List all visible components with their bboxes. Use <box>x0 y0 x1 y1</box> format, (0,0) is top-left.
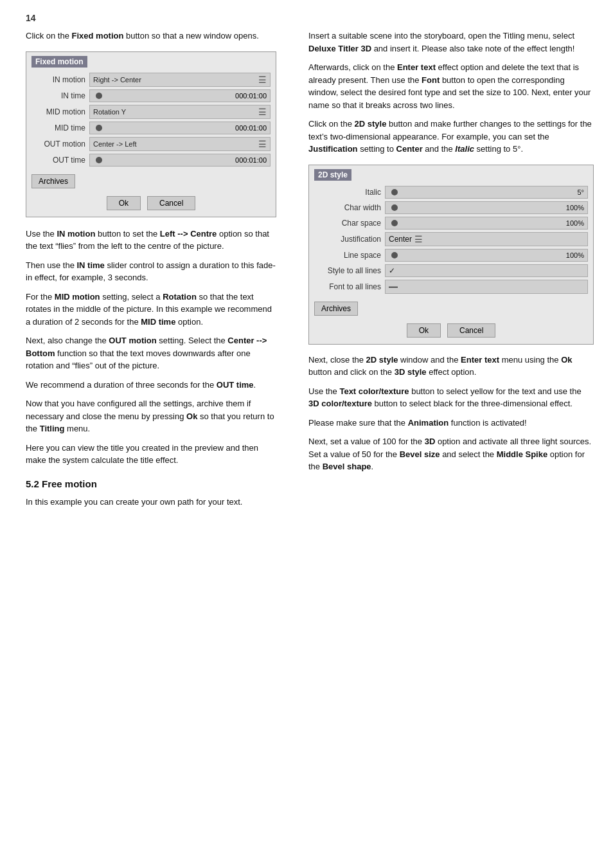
mid-time-row: MID time 000:01:00 <box>31 122 271 134</box>
style-all-lines-row: Style to all lines ✓ <box>314 264 588 277</box>
char-width-field[interactable]: 100% <box>385 201 588 214</box>
style-all-lines-field[interactable]: ✓ <box>385 264 588 277</box>
char-space-field[interactable]: 100% <box>385 217 588 230</box>
in-time-slider <box>96 93 102 99</box>
line-space-row: Line space 100% <box>314 249 588 262</box>
2d-style-dialog: 2D style Italic 5° Char width 100% Char … <box>308 165 594 345</box>
italic-slider <box>391 189 398 195</box>
fixed-motion-ok-button[interactable]: Ok <box>107 196 141 210</box>
page-number: 14 <box>0 13 613 23</box>
out-motion-para: Next, also change the OUT motion setting… <box>26 334 276 372</box>
free-motion-para: In this example you can create your own … <box>26 496 276 509</box>
in-motion-menu-icon: ☰ <box>258 75 267 85</box>
char-width-slider <box>391 204 398 211</box>
out-time-field[interactable]: 000:01:00 <box>89 154 271 167</box>
in-motion-row: IN motion Right -> Center ☰ <box>31 73 271 87</box>
line-space-slider <box>391 252 398 258</box>
text-color-para: Use the Text color/texture button to sel… <box>308 385 594 410</box>
right-column: Insert a suitable scene into the storybo… <box>296 30 613 514</box>
char-space-row: Char space 100% <box>314 217 588 230</box>
font-all-lines-row: Font to all lines ― <box>314 280 588 294</box>
intro-para: Click on the Fixed motion button so that… <box>26 30 276 42</box>
fixed-motion-cancel-button[interactable]: Cancel <box>147 196 195 210</box>
in-motion-field[interactable]: Right -> Center ☰ <box>89 73 271 87</box>
out-motion-menu-icon: ☰ <box>258 139 267 149</box>
free-motion-heading: 5.2 Free motion <box>26 478 276 489</box>
animation-para: Please make sure that the Animation func… <box>308 417 594 429</box>
in-time-field[interactable]: 000:01:00 <box>89 89 271 102</box>
2d-cancel-button[interactable]: Cancel <box>447 323 495 338</box>
in-time-row: IN time 000:01:00 <box>31 89 271 102</box>
justification-menu-icon: ☰ <box>414 234 423 244</box>
italic-row: Italic 5° <box>314 186 588 199</box>
out-motion-row: OUT motion Center -> Left ☰ <box>31 137 271 151</box>
out-time-slider <box>96 157 102 163</box>
out-time-para: We recommend a duration of three seconds… <box>26 379 276 392</box>
italic-field[interactable]: 5° <box>385 186 588 199</box>
char-space-slider <box>391 220 398 226</box>
preview-para: Here you can view the title you created … <box>26 442 276 467</box>
mid-motion-menu-icon: ☰ <box>258 107 267 117</box>
enter-text-para: Afterwards, click on the Enter text effe… <box>308 61 594 111</box>
3d-option-para: Next, set a value of 100 for the 3D opti… <box>308 435 594 473</box>
mid-time-field[interactable]: 000:01:00 <box>89 122 271 134</box>
2d-ok-button[interactable]: Ok <box>407 323 441 338</box>
fixed-motion-buttons: Ok Cancel <box>31 196 271 210</box>
fixed-motion-title: Fixed motion <box>31 56 87 68</box>
mid-motion-field[interactable]: Rotation Y ☰ <box>89 105 271 119</box>
2d-style-title: 2D style <box>314 169 351 181</box>
in-motion-para: Use the IN motion button to set the Left… <box>26 228 276 253</box>
close-2d-para: Next, close the 2D style window and the … <box>308 354 594 379</box>
archive-para: Now that you have configured all the set… <box>26 397 276 435</box>
font-all-lines-field[interactable]: ― <box>385 280 588 294</box>
2d-style-buttons: Ok Cancel <box>314 323 588 338</box>
style-check-icon: ✓ <box>389 266 395 275</box>
2d-archives-button[interactable]: Archives <box>314 302 358 316</box>
justification-row: Justification Center ☰ <box>314 232 588 246</box>
justification-field[interactable]: Center ☰ <box>385 232 588 246</box>
out-time-row: OUT time 000:01:00 <box>31 154 271 167</box>
fixed-motion-archives-button[interactable]: Archives <box>31 174 75 188</box>
fixed-motion-dialog: Fixed motion IN motion Right -> Center ☰… <box>26 51 276 217</box>
char-width-row: Char width 100% <box>314 201 588 214</box>
out-motion-field[interactable]: Center -> Left ☰ <box>89 137 271 151</box>
mid-motion-row: MID motion Rotation Y ☰ <box>31 105 271 119</box>
line-space-field[interactable]: 100% <box>385 249 588 262</box>
font-minus-icon: ― <box>389 282 398 292</box>
mid-time-slider <box>96 125 102 131</box>
mid-motion-para: For the MID motion setting, select a Rot… <box>26 291 276 329</box>
storyboard-para: Insert a suitable scene into the storybo… <box>308 30 594 55</box>
in-time-para: Then use the IN time slider control to a… <box>26 259 276 284</box>
left-column: Click on the Fixed motion button so that… <box>0 30 296 514</box>
2d-style-para: Click on the 2D style button and make fu… <box>308 118 594 156</box>
